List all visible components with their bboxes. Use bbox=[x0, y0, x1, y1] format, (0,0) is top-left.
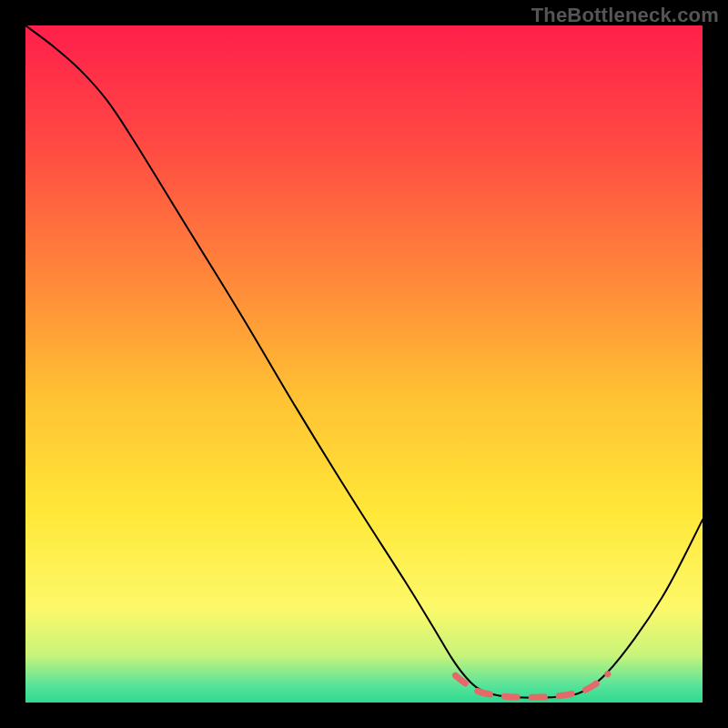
plot-area bbox=[25, 25, 703, 703]
bottleneck-chart-svg bbox=[25, 25, 703, 703]
gradient-background bbox=[25, 25, 703, 703]
chart-frame: TheBottleneck.com bbox=[0, 0, 728, 728]
watermark-text: TheBottleneck.com bbox=[531, 4, 719, 27]
